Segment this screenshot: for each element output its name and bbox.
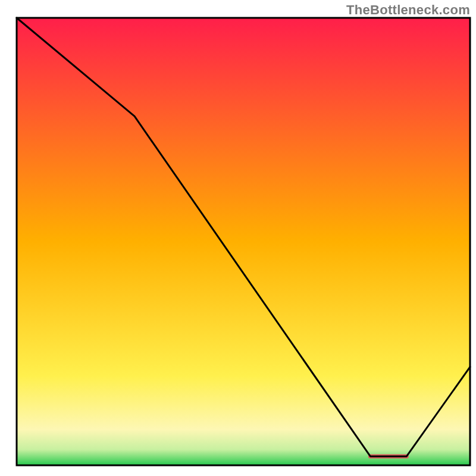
plot-background: [17, 18, 470, 465]
bottleneck-chart: [0, 0, 476, 476]
chart-stage: TheBottleneck.com: [0, 0, 476, 476]
